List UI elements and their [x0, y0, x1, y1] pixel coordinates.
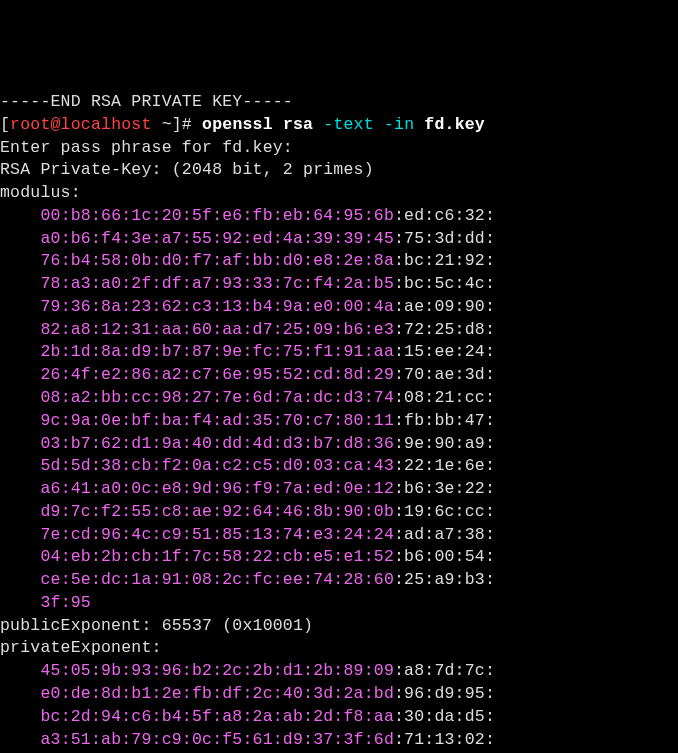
private-exponent-label: privateExponent: — [0, 637, 678, 660]
hex-bytes-trailing: :a8:7d:7c: — [394, 661, 495, 680]
hex-bytes-trailing: :25:a9:b3: — [394, 570, 495, 589]
hex-line: a0:b6:f4:3e:a7:55:92:ed:4a:39:39:45:75:3… — [0, 228, 678, 251]
hex-bytes-highlighted: 00:b8:66:1c:20:5f:e6:fb:eb:64:95:6b — [40, 206, 394, 225]
key-file-arg: fd.key — [424, 115, 485, 134]
hex-bytes-highlighted: 82:a8:12:31:aa:60:aa:d7:25:09:b6:e3 — [40, 320, 394, 339]
hex-line: 45:05:9b:93:96:b2:2c:2b:d1:2b:89:09:a8:7… — [0, 660, 678, 683]
private-exponent-hex-block: 45:05:9b:93:96:b2:2c:2b:d1:2b:89:09:a8:7… — [0, 660, 678, 753]
prompt-line: [root@localhost ~]# openssl rsa -text -i… — [0, 114, 678, 137]
hex-bytes-trailing: :72:25:d8: — [394, 320, 495, 339]
hex-line: ce:5e:dc:1a:91:08:2c:fc:ee:74:28:60:25:a… — [0, 569, 678, 592]
hex-bytes-trailing: :22:1e:6e: — [394, 456, 495, 475]
hex-bytes-trailing: :75:3d:dd: — [394, 229, 495, 248]
hex-bytes-highlighted: 08:a2:bb:cc:98:27:7e:6d:7a:dc:d3:74 — [40, 388, 394, 407]
hex-bytes-highlighted: 76:b4:58:0b:d0:f7:af:bb:d0:e8:2e:8a — [40, 251, 394, 270]
hex-line: 26:4f:e2:86:a2:c7:6e:95:52:cd:8d:29:70:a… — [0, 364, 678, 387]
hex-line: d9:7c:f2:55:c8:ae:92:64:46:8b:90:0b:19:6… — [0, 501, 678, 524]
hex-line: 03:b7:62:d1:9a:40:dd:4d:d3:b7:d8:36:9e:9… — [0, 433, 678, 456]
hex-line: 08:a2:bb:cc:98:27:7e:6d:7a:dc:d3:74:08:2… — [0, 387, 678, 410]
hex-line: 76:b4:58:0b:d0:f7:af:bb:d0:e8:2e:8a:bc:2… — [0, 250, 678, 273]
hex-bytes-trailing: :bc:21:92: — [394, 251, 495, 270]
hex-bytes-trailing: :b6:00:54: — [394, 547, 495, 566]
modulus-hex-block: 00:b8:66:1c:20:5f:e6:fb:eb:64:95:6b:ed:c… — [0, 205, 678, 615]
end-key-marker: -----END RSA PRIVATE KEY----- — [0, 92, 293, 111]
hex-line: a3:51:ab:79:c9:0c:f5:61:d9:37:3f:6d:71:1… — [0, 729, 678, 752]
hex-bytes-trailing: :b6:3e:22: — [394, 479, 495, 498]
hex-bytes-highlighted: a3:51:ab:79:c9:0c:f5:61:d9:37:3f:6d — [40, 730, 394, 749]
hex-bytes-trailing: :70:ae:3d: — [394, 365, 495, 384]
hex-bytes-trailing: :bc:5c:4c: — [394, 274, 495, 293]
command-name: openssl rsa — [202, 115, 323, 134]
hex-bytes-trailing: :9e:90:a9: — [394, 434, 495, 453]
user-host: root@localhost — [10, 115, 151, 134]
hex-bytes-trailing: :30:da:d5: — [394, 707, 495, 726]
hex-line: 3f:95 — [0, 592, 678, 615]
hex-bytes-highlighted: 45:05:9b:93:96:b2:2c:2b:d1:2b:89:09 — [40, 661, 394, 680]
hex-bytes-highlighted: 2b:1d:8a:d9:b7:87:9e:fc:75:f1:91:aa — [40, 342, 394, 361]
hex-bytes-highlighted: e0:de:8d:b1:2e:fb:df:2c:40:3d:2a:bd — [40, 684, 394, 703]
hex-bytes-trailing: :71:13:02: — [394, 730, 495, 749]
flag-text: -text — [323, 115, 384, 134]
hex-line: 78:a3:a0:2f:df:a7:93:33:7c:f4:2a:b5:bc:5… — [0, 273, 678, 296]
hex-bytes-highlighted: bc:2d:94:c6:b4:5f:a8:2a:ab:2d:f8:aa — [40, 707, 394, 726]
terminal-output: -----END RSA PRIVATE KEY-----[root@local… — [0, 91, 678, 753]
hex-line: 7e:cd:96:4c:c9:51:85:13:74:e3:24:24:ad:a… — [0, 524, 678, 547]
hex-bytes-highlighted: d9:7c:f2:55:c8:ae:92:64:46:8b:90:0b — [40, 502, 394, 521]
hex-bytes-highlighted: 9c:9a:0e:bf:ba:f4:ad:35:70:c7:80:11 — [40, 411, 394, 430]
hex-bytes-trailing: :ad:a7:38: — [394, 525, 495, 544]
hex-bytes-trailing: :15:ee:24: — [394, 342, 495, 361]
hex-bytes-highlighted: 5d:5d:38:cb:f2:0a:c2:c5:d0:03:ca:43 — [40, 456, 394, 475]
hex-bytes-highlighted: 26:4f:e2:86:a2:c7:6e:95:52:cd:8d:29 — [40, 365, 394, 384]
hex-bytes-trailing: :ed:c6:32: — [394, 206, 495, 225]
hex-line: e0:de:8d:b1:2e:fb:df:2c:40:3d:2a:bd:96:d… — [0, 683, 678, 706]
hex-bytes-trailing: :19:6c:cc: — [394, 502, 495, 521]
hex-bytes-trailing: :96:d9:95: — [394, 684, 495, 703]
hex-line: 2b:1d:8a:d9:b7:87:9e:fc:75:f1:91:aa:15:e… — [0, 341, 678, 364]
hex-line: 5d:5d:38:cb:f2:0a:c2:c5:d0:03:ca:43:22:1… — [0, 455, 678, 478]
public-exponent: publicExponent: 65537 (0x10001) — [0, 615, 678, 638]
hex-line: 04:eb:2b:cb:1f:7c:58:22:cb:e5:e1:52:b6:0… — [0, 546, 678, 569]
rsa-key-info: RSA Private-Key: (2048 bit, 2 primes) — [0, 159, 678, 182]
hex-line: 9c:9a:0e:bf:ba:f4:ad:35:70:c7:80:11:fb:b… — [0, 410, 678, 433]
hex-bytes-highlighted: 79:36:8a:23:62:c3:13:b4:9a:e0:00:4a — [40, 297, 394, 316]
pass-phrase-prompt: Enter pass phrase for fd.key: — [0, 137, 678, 160]
hex-bytes-highlighted: 03:b7:62:d1:9a:40:dd:4d:d3:b7:d8:36 — [40, 434, 394, 453]
hex-bytes-highlighted: 3f:95 — [40, 593, 91, 612]
hex-line: 00:b8:66:1c:20:5f:e6:fb:eb:64:95:6b:ed:c… — [0, 205, 678, 228]
hex-bytes-highlighted: a6:41:a0:0c:e8:9d:96:f9:7a:ed:0e:12 — [40, 479, 394, 498]
flag-in: -in — [384, 115, 424, 134]
hex-line: 82:a8:12:31:aa:60:aa:d7:25:09:b6:e3:72:2… — [0, 319, 678, 342]
hex-bytes-highlighted: ce:5e:dc:1a:91:08:2c:fc:ee:74:28:60 — [40, 570, 394, 589]
hex-line: bc:2d:94:c6:b4:5f:a8:2a:ab:2d:f8:aa:30:d… — [0, 706, 678, 729]
hex-bytes-trailing: :ae:09:90: — [394, 297, 495, 316]
hex-bytes-highlighted: 04:eb:2b:cb:1f:7c:58:22:cb:e5:e1:52 — [40, 547, 394, 566]
hex-line: 79:36:8a:23:62:c3:13:b4:9a:e0:00:4a:ae:0… — [0, 296, 678, 319]
modulus-label: modulus: — [0, 182, 678, 205]
hex-bytes-highlighted: a0:b6:f4:3e:a7:55:92:ed:4a:39:39:45 — [40, 229, 394, 248]
hex-bytes-highlighted: 78:a3:a0:2f:df:a7:93:33:7c:f4:2a:b5 — [40, 274, 394, 293]
hex-bytes-highlighted: 7e:cd:96:4c:c9:51:85:13:74:e3:24:24 — [40, 525, 394, 544]
hex-line: a6:41:a0:0c:e8:9d:96:f9:7a:ed:0e:12:b6:3… — [0, 478, 678, 501]
hex-bytes-trailing: :08:21:cc: — [394, 388, 495, 407]
hex-bytes-trailing: :fb:bb:47: — [394, 411, 495, 430]
